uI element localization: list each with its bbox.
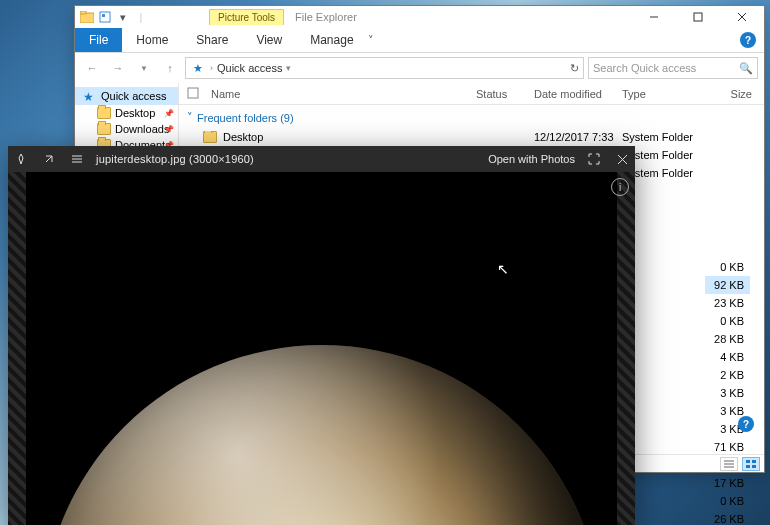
col-size[interactable]: Size <box>702 88 764 100</box>
help-button[interactable]: ? <box>740 32 756 48</box>
transparency-checker-right <box>617 172 635 525</box>
contextual-tab-picture-tools[interactable]: Picture Tools <box>209 9 284 25</box>
tabstrip: Picture Tools File Explorer <box>209 9 367 25</box>
maximize-button[interactable] <box>676 6 720 28</box>
view-details-button[interactable] <box>720 457 738 471</box>
breadcrumb-separator-icon: › <box>210 63 213 73</box>
size-value[interactable]: 0 KB <box>705 492 750 510</box>
ribbon-collapse-icon[interactable]: ˅ <box>368 34 380 46</box>
ribbon-share-tab[interactable]: Share <box>182 28 242 52</box>
pin-icon: 📌 <box>164 109 174 118</box>
ribbon-home-tab[interactable]: Home <box>122 28 182 52</box>
pin-icon[interactable] <box>12 150 30 168</box>
svg-rect-5 <box>694 13 702 21</box>
search-input[interactable]: Search Quick access 🔍 <box>588 57 758 79</box>
size-value[interactable]: 4 KB <box>705 348 750 366</box>
size-value[interactable]: 92 KB <box>705 276 750 294</box>
sidebar-item-downloads[interactable]: Downloads📌 <box>75 121 178 137</box>
sidebar-quick-access-label: Quick access <box>101 90 166 102</box>
qat-separator: | <box>133 9 149 25</box>
breadcrumb-quick-access[interactable]: Quick access <box>217 62 282 74</box>
size-value[interactable]: 3 KB <box>705 384 750 402</box>
folder-icon <box>203 131 217 143</box>
pin-toggle-icon[interactable] <box>40 150 58 168</box>
svg-rect-12 <box>746 460 750 463</box>
preview-filename: jupiterdesktop.jpg (3000×1960) <box>96 153 254 165</box>
search-placeholder: Search Quick access <box>593 62 696 74</box>
jupiter-image <box>42 345 602 525</box>
chevron-down-icon: ˅ <box>187 111 193 124</box>
sidebar-quick-access[interactable]: ★ Quick access <box>75 87 178 105</box>
size-value[interactable]: 17 KB <box>705 474 750 492</box>
ribbon-file-tab[interactable]: File <box>75 28 122 52</box>
sidebar-item-label: Desktop <box>115 107 155 119</box>
image-content <box>26 172 617 525</box>
app-title: File Explorer <box>285 9 367 25</box>
file-date: 12/12/2017 7:33 PM <box>526 131 614 143</box>
nav-forward-button[interactable]: → <box>107 57 129 79</box>
col-checkbox[interactable] <box>179 87 203 101</box>
group-header-label: Frequent folders (9) <box>197 112 294 124</box>
pin-icon: 📌 <box>164 125 174 134</box>
image-preview-window: jupiterdesktop.jpg (3000×1960) Open with… <box>8 146 635 525</box>
svg-rect-8 <box>188 88 198 98</box>
col-name[interactable]: Name <box>203 88 468 100</box>
sidebar-item-label: Downloads <box>115 123 169 135</box>
transparency-checker-left <box>8 172 26 525</box>
title-bar: ▾ | Picture Tools File Explorer <box>75 6 764 28</box>
window-controls <box>632 6 764 28</box>
size-value[interactable]: 2 KB <box>705 366 750 384</box>
svg-rect-15 <box>752 465 756 468</box>
size-value[interactable]: 23 KB <box>705 294 750 312</box>
svg-rect-3 <box>102 14 105 17</box>
table-row[interactable]: Desktop12/12/2017 7:33 PMSystem Folder <box>179 128 764 146</box>
file-type: System Folder <box>614 131 702 143</box>
menu-icon[interactable] <box>68 150 86 168</box>
size-column-values: 0 KB92 KB23 KB0 KB28 KB4 KB2 KB3 KB3 KB3… <box>705 258 750 525</box>
address-field[interactable]: ★ › Quick access ▾ ↻ <box>185 57 584 79</box>
ribbon-view-tab[interactable]: View <box>242 28 296 52</box>
quick-access-toolbar: ▾ | <box>75 9 149 25</box>
group-header-frequent[interactable]: ˅ Frequent folders (9) <box>179 105 764 128</box>
properties-icon[interactable] <box>97 9 113 25</box>
open-with-photos-button[interactable]: Open with Photos <box>488 153 575 165</box>
address-bar: ← → ▼ ↑ ★ › Quick access ▾ ↻ Search Quic… <box>75 53 764 83</box>
svg-rect-1 <box>80 11 86 14</box>
folder-icon <box>97 107 111 119</box>
size-value[interactable]: 28 KB <box>705 330 750 348</box>
col-date[interactable]: Date modified <box>526 88 614 100</box>
qat-dropdown-icon[interactable]: ▾ <box>115 9 131 25</box>
size-value[interactable]: 0 KB <box>705 258 750 276</box>
help-badge[interactable]: ? <box>738 416 754 432</box>
preview-close-button[interactable] <box>613 150 631 168</box>
breadcrumb-dropdown-icon[interactable]: ▾ <box>286 63 291 73</box>
svg-rect-14 <box>746 465 750 468</box>
preview-titlebar: jupiterdesktop.jpg (3000×1960) Open with… <box>8 146 635 172</box>
minimize-button[interactable] <box>632 6 676 28</box>
size-value[interactable]: 0 KB <box>705 312 750 330</box>
quick-access-star-icon: ★ <box>190 60 206 76</box>
ribbon-tabs: File Home Share View Manage ˅ ? <box>75 28 764 53</box>
star-icon: ★ <box>83 90 97 102</box>
view-thumbnails-button[interactable] <box>742 457 760 471</box>
col-status[interactable]: Status <box>468 88 526 100</box>
preview-canvas[interactable]: i <box>8 172 635 525</box>
file-name: Desktop <box>223 131 263 143</box>
size-value[interactable]: 26 KB <box>705 510 750 525</box>
sidebar-item-desktop[interactable]: Desktop📌 <box>75 105 178 121</box>
ribbon-manage-tab[interactable]: Manage <box>296 28 367 52</box>
nav-up-button[interactable]: ↑ <box>159 57 181 79</box>
nav-history-button[interactable]: ▼ <box>133 57 155 79</box>
nav-back-button[interactable]: ← <box>81 57 103 79</box>
refresh-button[interactable]: ↻ <box>570 62 579 75</box>
fullscreen-icon[interactable] <box>585 150 603 168</box>
folder-icon <box>97 123 111 135</box>
column-headers: Name Status Date modified Type Size <box>179 83 764 105</box>
search-icon: 🔍 <box>739 62 753 75</box>
col-type[interactable]: Type <box>614 88 702 100</box>
close-button[interactable] <box>720 6 764 28</box>
explorer-icon <box>79 9 95 25</box>
svg-rect-13 <box>752 460 756 463</box>
